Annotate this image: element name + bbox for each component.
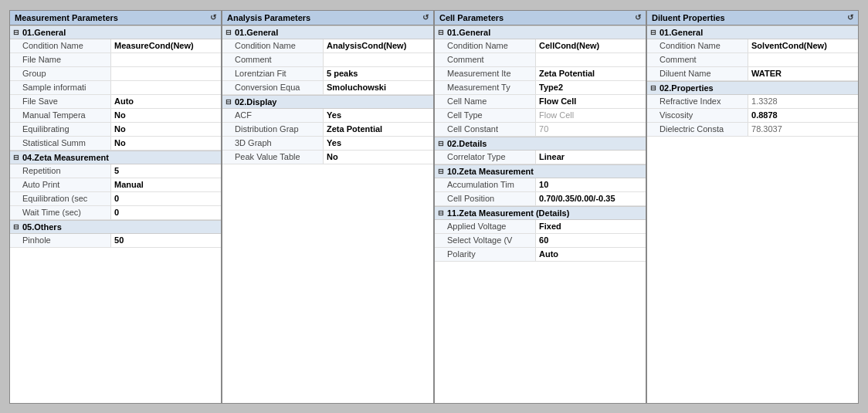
table-row: Cell TypeFlow Cell xyxy=(435,109,646,123)
param-label: Cell Name xyxy=(435,95,536,108)
table-row: Correlator TypeLinear xyxy=(435,151,646,164)
param-value: Zeta Potential xyxy=(536,67,646,80)
param-label: Condition Name xyxy=(222,39,324,52)
param-value: 0.70/0.35/0.00/-0.35 xyxy=(536,192,646,205)
table-row: Cell Constant70 xyxy=(435,123,646,137)
param-label: Refractive Index xyxy=(647,95,748,108)
param-label: ACF xyxy=(222,109,324,122)
param-value: 78.3037 xyxy=(748,123,858,136)
section-header-meas-zeta[interactable]: ⊟04.Zeta Measurement xyxy=(10,151,221,164)
table-row: Distribution GrapZeta Potential xyxy=(222,123,433,137)
param-value: 10 xyxy=(536,178,646,191)
param-label: Cell Constant xyxy=(435,123,536,136)
param-label: Repetition xyxy=(10,164,111,178)
param-value: No xyxy=(111,109,221,122)
param-label: Cell Type xyxy=(435,109,536,122)
param-label: Comment xyxy=(647,53,748,66)
table-row: Peak Value TableNo xyxy=(222,151,433,164)
table-row: Condition NameMeasureCond(New) xyxy=(10,39,221,53)
table-row: Refractive Index1.3328 xyxy=(647,95,858,109)
collapse-icon-dil-properties[interactable]: ⊟ xyxy=(650,84,656,92)
section-header-anal-display[interactable]: ⊟02.Display xyxy=(222,95,433,109)
collapse-icon-meas-general[interactable]: ⊟ xyxy=(13,29,19,36)
param-value: 50 xyxy=(111,234,221,247)
table-row: Equilibration (sec0 xyxy=(10,192,221,206)
collapse-icon-dil-general[interactable]: ⊟ xyxy=(650,29,656,36)
panel-title-diluent: Diluent Properties xyxy=(652,13,725,22)
panel-cell: Cell Parameters↺⊟01.GeneralCondition Nam… xyxy=(435,11,647,403)
param-label: Peak Value Table xyxy=(222,151,324,164)
param-label: Pinhole xyxy=(10,234,111,247)
param-value: 1.3328 xyxy=(748,95,858,108)
table-row: Statistical SummNo xyxy=(10,137,221,151)
param-label: Manual Tempera xyxy=(10,109,111,122)
param-value: Yes xyxy=(324,137,433,150)
param-value xyxy=(748,53,858,66)
collapse-icon-anal-general[interactable]: ⊟ xyxy=(225,29,232,36)
param-value: Auto xyxy=(536,248,646,261)
section-label-meas-zeta: 04.Zeta Measurement xyxy=(22,153,109,162)
table-row: Applied VoltageFixed xyxy=(435,220,646,234)
param-label: Equilibrating xyxy=(10,123,111,136)
table-row: 3D GraphYes xyxy=(222,137,433,151)
table-row: Accumulation Tim10 xyxy=(435,178,646,192)
table-row: Condition NameAnalysisCond(New) xyxy=(222,39,433,53)
section-header-cell-zeta[interactable]: ⊟10.Zeta Measurement xyxy=(435,164,646,178)
param-value: Flow Cell xyxy=(536,95,646,108)
section-header-cell-details[interactable]: ⊟02.Details xyxy=(435,137,646,151)
panel-refresh-icon-diluent[interactable]: ↺ xyxy=(847,13,853,22)
table-row: Condition NameCellCond(New) xyxy=(435,39,646,53)
table-row: Conversion EquaSmoluchowski xyxy=(222,81,433,95)
panel-header-diluent: Diluent Properties↺ xyxy=(647,11,858,25)
panel-refresh-icon-measurement[interactable]: ↺ xyxy=(210,13,216,22)
collapse-icon-cell-details[interactable]: ⊟ xyxy=(438,140,444,147)
param-label: Condition Name xyxy=(435,39,536,52)
section-header-cell-general[interactable]: ⊟01.General xyxy=(435,25,646,39)
param-value: Linear xyxy=(536,151,646,164)
section-label-cell-details: 02.Details xyxy=(447,139,487,148)
param-label: Group xyxy=(10,67,111,80)
collapse-icon-cell-zeta-details[interactable]: ⊟ xyxy=(438,209,444,217)
param-value: No xyxy=(111,123,221,136)
param-value: 60 xyxy=(536,234,646,247)
param-value: 0 xyxy=(111,206,221,219)
param-label: Dielectric Consta xyxy=(647,123,748,136)
table-row: File SaveAuto xyxy=(10,95,221,109)
panels-container: Measurement Parameters↺⊟01.GeneralCondit… xyxy=(9,10,859,404)
table-row: Repetition5 xyxy=(10,164,221,178)
table-row: Viscosity0.8878 xyxy=(647,109,858,123)
panel-analysis: Analysis Parameters↺⊟01.GeneralCondition… xyxy=(222,11,435,403)
section-header-anal-general[interactable]: ⊟01.General xyxy=(222,25,433,39)
param-value: Type2 xyxy=(536,81,646,94)
collapse-icon-cell-zeta[interactable]: ⊟ xyxy=(438,168,444,175)
section-label-meas-general: 01.General xyxy=(22,28,66,37)
section-header-cell-zeta-details[interactable]: ⊟11.Zeta Measurement (Details) xyxy=(435,206,646,220)
section-header-dil-properties[interactable]: ⊟02.Properties xyxy=(647,81,858,95)
param-label: Condition Name xyxy=(647,39,748,52)
param-value: CellCond(New) xyxy=(536,39,646,52)
section-header-dil-general[interactable]: ⊟01.General xyxy=(647,25,858,39)
table-row: Comment xyxy=(222,53,433,67)
collapse-icon-meas-others[interactable]: ⊟ xyxy=(13,223,19,231)
param-label: Measurement Ite xyxy=(435,67,536,80)
panel-refresh-icon-cell[interactable]: ↺ xyxy=(635,13,641,22)
panel-measurement: Measurement Parameters↺⊟01.GeneralCondit… xyxy=(10,11,222,403)
table-row: EquilibratingNo xyxy=(10,123,221,137)
panel-refresh-icon-analysis[interactable]: ↺ xyxy=(422,13,429,22)
panel-content-cell: ⊟01.GeneralCondition NameCellCond(New)Co… xyxy=(435,25,646,403)
section-label-cell-general: 01.General xyxy=(447,28,490,37)
section-header-meas-others[interactable]: ⊟05.Others xyxy=(10,220,221,234)
section-label-cell-zeta-details: 11.Zeta Measurement (Details) xyxy=(447,208,569,218)
section-label-anal-display: 02.Display xyxy=(235,97,276,107)
param-value: 5 xyxy=(111,164,221,178)
param-label: Statistical Summ xyxy=(10,137,111,150)
table-row: Pinhole50 xyxy=(10,234,221,248)
collapse-icon-anal-display[interactable]: ⊟ xyxy=(225,98,232,106)
param-label: Distribution Grap xyxy=(222,123,324,136)
collapse-icon-cell-general[interactable]: ⊟ xyxy=(438,29,444,36)
section-header-meas-general[interactable]: ⊟01.General xyxy=(10,25,221,39)
param-value: 5 peaks xyxy=(324,67,433,80)
param-value: Flow Cell xyxy=(536,109,646,122)
collapse-icon-meas-zeta[interactable]: ⊟ xyxy=(13,154,19,161)
param-label: Equilibration (sec xyxy=(10,192,111,205)
